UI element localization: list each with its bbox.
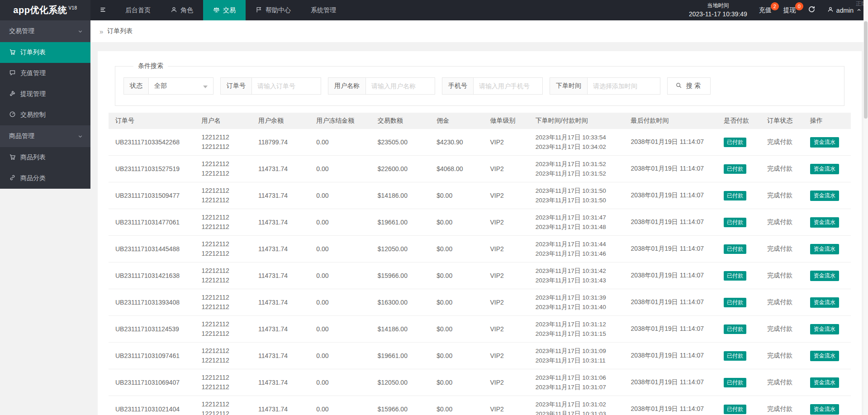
table-row: UB2311171031097461 12212112 12212112 114… bbox=[109, 343, 851, 369]
sidebar-collapse-button[interactable] bbox=[90, 0, 115, 20]
fund-flow-button[interactable]: 资金流水 bbox=[810, 351, 839, 361]
sidebar-item-withdraw-label: 提现管理 bbox=[20, 90, 46, 98]
scrollbar-thumb[interactable] bbox=[864, 21, 868, 119]
paid-badge: 已付款 bbox=[724, 244, 746, 254]
cell-level: VIP2 bbox=[486, 129, 531, 156]
cell-status: 完成付款 bbox=[763, 369, 805, 396]
sidebar-item-goods-list-label: 商品列表 bbox=[20, 153, 46, 162]
col-amount: 交易数额 bbox=[373, 113, 432, 129]
order-no-input[interactable] bbox=[252, 78, 321, 94]
cell-order-pay-time: 2023年11月17日 10:31:42 2023年11月17日 10:31:4… bbox=[531, 262, 626, 289]
search-panel: 条件搜索 状态 全部 订单号 用户名称 手 bbox=[115, 62, 844, 106]
top-nav: 后台首页 角色 交易 帮助中心 系统管理 bbox=[90, 0, 346, 20]
cell-paid: 已付款 bbox=[719, 156, 763, 182]
cell-paid: 已付款 bbox=[719, 316, 763, 343]
cell-level: VIP2 bbox=[486, 182, 531, 209]
cell-action: 资金流水 bbox=[806, 369, 851, 396]
cell-frozen: 0.00 bbox=[312, 316, 373, 343]
fund-flow-button[interactable]: 资金流水 bbox=[810, 404, 839, 415]
fund-flow-button[interactable]: 资金流水 bbox=[810, 191, 839, 201]
tab-help-center[interactable]: 帮助中心 bbox=[246, 0, 301, 20]
admin-user-icon bbox=[827, 6, 834, 14]
cell-balance: 118799.74 bbox=[254, 129, 312, 156]
cell-paid: 已付款 bbox=[719, 129, 763, 156]
tab-dashboard[interactable]: 后台首页 bbox=[115, 0, 161, 20]
fund-flow-button[interactable]: 资金流水 bbox=[810, 271, 839, 281]
table-row: UB2311171031021404 12212112 12212112 114… bbox=[109, 396, 851, 415]
sidebar-item-withdraw[interactable]: 提现管理 bbox=[0, 84, 90, 105]
cell-level: VIP2 bbox=[486, 343, 531, 369]
cell-username: 12212112 12212112 bbox=[197, 316, 254, 343]
cell-paid: 已付款 bbox=[719, 236, 763, 262]
sidebar-item-recharge[interactable]: 充值管理 bbox=[0, 63, 90, 84]
cell-balance: 114731.74 bbox=[254, 236, 312, 262]
cell-level: VIP2 bbox=[486, 369, 531, 396]
cell-balance: 114731.74 bbox=[254, 343, 312, 369]
search-icon bbox=[675, 82, 682, 90]
order-no-filter: 订单号 bbox=[220, 77, 321, 95]
cell-order-no: UB2311171031509477 bbox=[109, 182, 197, 209]
cell-order-no: UB2311171031097461 bbox=[109, 343, 197, 369]
user-name-input[interactable] bbox=[366, 78, 435, 94]
cell-last-pay-time: 2038年01月19日 11:14:07 bbox=[626, 129, 719, 156]
cell-level: VIP2 bbox=[486, 209, 531, 236]
sidebar-item-goods-list[interactable]: 商品列表 bbox=[0, 147, 90, 168]
status-select[interactable]: 全部 bbox=[149, 78, 213, 94]
search-button[interactable]: 搜索 bbox=[667, 77, 711, 95]
fund-flow-button[interactable]: 资金流水 bbox=[810, 377, 839, 388]
breadcrumb-separator: » bbox=[100, 28, 103, 35]
cell-status: 完成付款 bbox=[763, 182, 805, 209]
fund-flow-button[interactable]: 资金流水 bbox=[810, 244, 839, 254]
refresh-button[interactable] bbox=[808, 5, 816, 15]
tab-trade[interactable]: 交易 bbox=[203, 0, 246, 20]
cell-balance: 114731.74 bbox=[254, 262, 312, 289]
cell-frozen: 0.00 bbox=[312, 129, 373, 156]
main-content: 条件搜索 状态 全部 订单号 用户名称 手 bbox=[90, 42, 868, 415]
fund-flow-button[interactable]: 资金流水 bbox=[810, 324, 839, 334]
sidebar-group-goods[interactable]: 商品管理 bbox=[0, 125, 90, 147]
page-scrollbar[interactable] bbox=[863, 0, 868, 415]
col-frozen: 用户冻结金额 bbox=[312, 113, 373, 129]
cell-action: 资金流水 bbox=[806, 289, 851, 316]
cell-order-no: UB2311171033542268 bbox=[109, 129, 197, 156]
sidebar-item-order-list[interactable]: 订单列表 bbox=[0, 42, 90, 63]
cell-last-pay-time: 2038年01月19日 11:14:07 bbox=[626, 396, 719, 415]
fund-flow-button[interactable]: 资金流水 bbox=[810, 297, 839, 308]
cell-paid: 已付款 bbox=[719, 343, 763, 369]
cell-status: 完成付款 bbox=[763, 236, 805, 262]
order-time-input[interactable] bbox=[588, 78, 660, 94]
cell-order-pay-time: 2023年11月17日 10:31:09 2023年11月17日 10:31:1… bbox=[531, 343, 626, 369]
cart-icon bbox=[9, 48, 16, 57]
cell-commission: $0.00 bbox=[432, 236, 485, 262]
fund-flow-button[interactable]: 资金流水 bbox=[810, 164, 839, 174]
user-name-label: 用户名称 bbox=[328, 78, 366, 94]
orders-table: 订单号 用户名 用户余额 用户冻结金额 交易数额 佣金 做单级别 下单时间/付款… bbox=[109, 113, 851, 415]
paid-badge: 已付款 bbox=[724, 191, 746, 200]
sidebar-group-trade[interactable]: 交易管理 bbox=[0, 20, 90, 42]
sidebar-item-trade-control-label: 交易控制 bbox=[20, 111, 46, 119]
cell-commission: $0.00 bbox=[432, 209, 485, 236]
sidebar-item-goods-category[interactable]: 商品分类 bbox=[0, 168, 90, 189]
col-order-no: 订单号 bbox=[109, 113, 197, 129]
search-row: 状态 全部 订单号 用户名称 手机号 bbox=[123, 77, 836, 95]
cell-paid: 已付款 bbox=[719, 396, 763, 415]
phone-input[interactable] bbox=[474, 78, 542, 94]
topbar: app优化系统V18 后台首页 角色 交易 帮助中心 bbox=[0, 0, 868, 20]
table-row: UB2311171031527519 12212112 12212112 114… bbox=[109, 156, 851, 182]
cell-action: 资金流水 bbox=[806, 156, 851, 182]
cell-frozen: 0.00 bbox=[312, 396, 373, 415]
fund-flow-button[interactable]: 资金流水 bbox=[810, 137, 839, 148]
recharge-button[interactable]: 充值 2 bbox=[759, 6, 772, 14]
fund-flow-button[interactable]: 资金流水 bbox=[810, 217, 839, 228]
order-time-label: 下单时间 bbox=[550, 78, 588, 94]
withdraw-button[interactable]: 提现 0 bbox=[783, 6, 796, 14]
cell-status: 完成付款 bbox=[763, 316, 805, 343]
col-last-pay-time: 最后付款时间 bbox=[626, 113, 719, 129]
sidebar-item-trade-control[interactable]: 交易控制 bbox=[0, 105, 90, 125]
tab-system[interactable]: 系统管理 bbox=[301, 0, 346, 20]
cell-username: 12212112 12212112 bbox=[197, 396, 254, 415]
table-row: UB2311171031421638 12212112 12212112 114… bbox=[109, 262, 851, 289]
cell-username: 12212112 12212112 bbox=[197, 289, 254, 316]
refresh-icon bbox=[808, 5, 816, 15]
tab-roles[interactable]: 角色 bbox=[161, 0, 203, 20]
